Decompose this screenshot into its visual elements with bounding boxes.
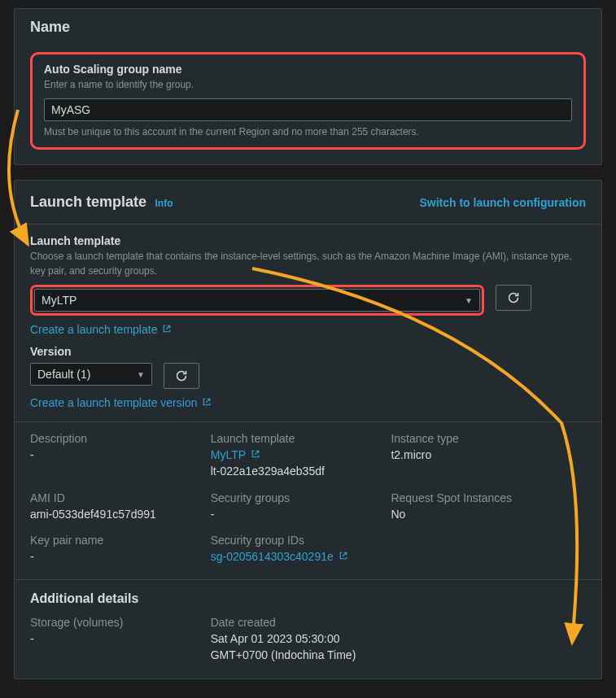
external-icon [339, 548, 348, 565]
instype-value: t2.micro [391, 447, 563, 463]
instype-label: Instance type [391, 432, 563, 445]
sgid-label: Security group IDs [211, 534, 383, 547]
caret-down-icon: ▼ [465, 296, 473, 305]
ami-label: AMI ID [30, 491, 203, 504]
name-title: Name [30, 19, 586, 36]
external-icon [251, 447, 260, 463]
lt-select-highlight: MyLTP ▼ [30, 285, 484, 316]
spot-value: No [391, 506, 563, 522]
asg-name-input[interactable] [44, 98, 572, 121]
additional-grid: Storage (volumes) - Date created Sat Apr… [15, 606, 601, 678]
desc-label: Description [30, 432, 203, 445]
keypair-label: Key pair name [30, 534, 203, 547]
version-refresh-button[interactable] [164, 363, 199, 389]
name-panel: Name Auto Scaling group name Enter a nam… [14, 8, 602, 165]
name-below-hint: Must be unique to this account in the cu… [44, 126, 572, 137]
date-label: Date created [211, 616, 433, 629]
version-select[interactable]: Default (1) ▼ [30, 363, 152, 386]
storage-value: - [30, 630, 203, 647]
sgid-link[interactable]: sg-0205614303c40291e [211, 548, 348, 565]
switch-config-link[interactable]: Switch to launch configuration [419, 196, 586, 209]
name-field-label: Auto Scaling group name [44, 63, 572, 76]
lt-id-value: lt-022a1e329a4eb35df [211, 463, 383, 479]
external-icon [162, 323, 172, 336]
lt-refresh-button[interactable] [496, 285, 531, 311]
lt-title: Launch template [30, 194, 146, 210]
caret-down-icon: ▼ [137, 370, 145, 379]
desc-value: - [30, 447, 203, 463]
lt-select-value: MyLTP [42, 294, 76, 307]
launch-template-panel: Launch template Info Switch to launch co… [14, 180, 602, 679]
sg-label: Security groups [211, 491, 383, 504]
lt-detail-label: Launch template [211, 432, 383, 445]
create-lt-version-link[interactable]: Create a launch template version [30, 396, 212, 409]
lt-details-grid: Description - Launch template MyLTP lt-0… [15, 422, 601, 579]
name-field-hint: Enter a name to identify the group. [44, 77, 572, 92]
sg-value: - [211, 506, 383, 522]
info-link[interactable]: Info [155, 198, 173, 209]
lt-field-hint: Choose a launch template that contains t… [30, 249, 586, 278]
version-select-value: Default (1) [37, 368, 90, 381]
refresh-icon [507, 291, 520, 304]
ami-value: ami-0533def491c57d991 [30, 506, 203, 522]
keypair-value: - [30, 548, 203, 565]
refresh-icon [175, 369, 188, 382]
name-highlight: Auto Scaling group name Enter a name to … [30, 52, 586, 150]
lt-select[interactable]: MyLTP ▼ [34, 289, 480, 312]
external-icon [202, 396, 212, 409]
storage-label: Storage (volumes) [30, 616, 203, 629]
spot-label: Request Spot Instances [391, 491, 563, 504]
additional-title: Additional details [30, 591, 586, 606]
version-label: Version [30, 345, 586, 358]
date-value-2: GMT+0700 (Indochina Time) [211, 647, 433, 663]
lt-name-link[interactable]: MyLTP [211, 447, 260, 463]
lt-field-label: Launch template [30, 234, 586, 247]
create-lt-link[interactable]: Create a launch template [30, 323, 172, 336]
date-value-1: Sat Apr 01 2023 05:30:00 [211, 630, 433, 647]
